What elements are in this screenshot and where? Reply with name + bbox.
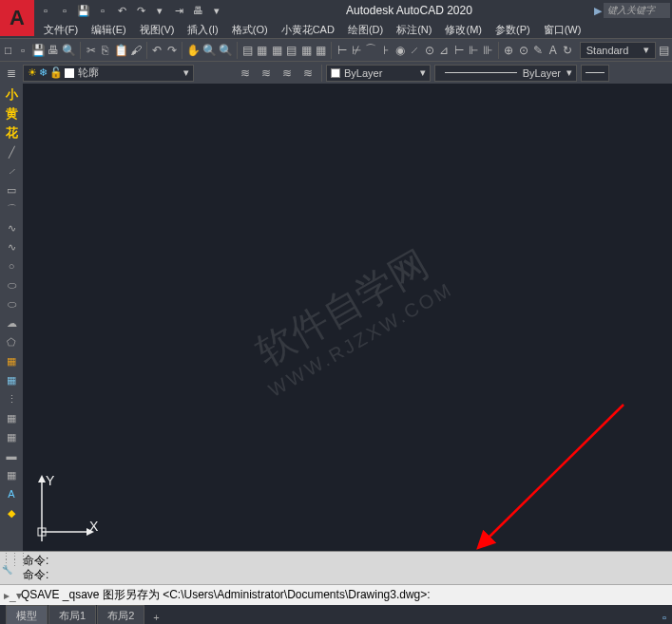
xhh-vertical-3[interactable]: 花 (2, 124, 21, 142)
tool-point-icon[interactable]: ⋮ (2, 390, 21, 407)
layer-prop-icon[interactable]: ≣ (2, 64, 21, 83)
tool-cut-icon[interactable]: ✂ (85, 41, 97, 60)
tool-calc-icon[interactable]: ▦ (315, 41, 327, 60)
dim-update-icon[interactable]: ↻ (561, 41, 573, 60)
tool-line-icon[interactable]: ╱ (2, 143, 21, 161)
tool-save-icon[interactable]: 💾 (31, 41, 46, 60)
play-icon[interactable]: ▶ (594, 5, 602, 17)
chevron-down-icon[interactable]: ▾ (152, 3, 167, 18)
dim-center-icon[interactable]: ⊙ (517, 41, 529, 60)
tool-spline2-icon[interactable]: ∿ (2, 238, 21, 255)
dim-style-icon[interactable]: ▤ (658, 41, 670, 60)
tool-pan-icon[interactable]: ✋ (186, 41, 201, 60)
tool-sheetset-icon[interactable]: ▤ (285, 41, 298, 60)
share-icon[interactable]: ⇥ (171, 3, 186, 18)
dim-tol-icon[interactable]: ⊕ (503, 41, 515, 60)
tool-ellipse-arc-icon[interactable]: ⬭ (2, 295, 21, 312)
linetype-dropdown[interactable]: ByLayer ▾ (434, 65, 577, 82)
dim-style-dropdown[interactable]: Standard ▾ (580, 42, 656, 59)
tab-add[interactable]: + (145, 609, 166, 624)
command-icon[interactable]: ▸_▾ (4, 589, 21, 602)
tool-redo-icon[interactable]: ↷ (165, 41, 178, 60)
tool-print-icon[interactable]: 🖶 (48, 41, 60, 60)
dim-radius-icon[interactable]: ◉ (394, 41, 406, 60)
drawing-canvas[interactable]: 软件自学网 WWW.RJZXW.COM Y X (23, 84, 672, 551)
dim-edit-icon[interactable]: ✎ (532, 41, 545, 60)
dim-ord-icon[interactable]: ⊦ (379, 41, 392, 60)
chevron-down-icon[interactable]: ▾ (209, 3, 224, 18)
tool-markup-icon[interactable]: ▦ (299, 41, 312, 60)
dim-ang-icon[interactable]: ⊿ (438, 41, 451, 60)
open-icon[interactable]: ▫ (57, 3, 72, 18)
new-icon[interactable]: ▫ (38, 3, 53, 18)
layer-dropdown[interactable]: ☀ ❄ 🔓 轮廓 ▾ (23, 65, 194, 82)
dim-arc-icon[interactable]: ⌒ (365, 41, 377, 60)
tool-extra-icon[interactable]: ◆ (2, 504, 21, 521)
tool-prop-icon[interactable]: ▤ (241, 41, 254, 60)
tab-layout2[interactable]: 布局2 (97, 605, 144, 624)
redo-icon[interactable]: ↷ (133, 3, 148, 18)
dim-base-icon[interactable]: ⊩ (467, 41, 479, 60)
dim-quick-icon[interactable]: ⊢ (452, 41, 465, 60)
tool-arc-icon[interactable]: ⌒ (2, 200, 21, 217)
dim-jog-icon[interactable]: ⟋ (409, 41, 421, 60)
menu-modify[interactable]: 修改(M) (439, 23, 488, 37)
tool-palette-icon[interactable]: ▦ (271, 41, 283, 60)
tool-ellipse-icon[interactable]: ⬭ (2, 276, 21, 293)
xhh-vertical-1[interactable]: 小 (2, 86, 21, 104)
color-dropdown[interactable]: ByLayer ▾ (326, 65, 431, 82)
tool-polygon-icon[interactable]: ⬠ (2, 333, 21, 350)
tool-paste-icon[interactable]: 📋 (114, 41, 128, 60)
tool-insert-icon[interactable]: ▦ (2, 371, 21, 388)
tool-gradient-icon[interactable]: ▦ (2, 428, 21, 445)
layer-state-icon[interactable]: ≋ (236, 64, 255, 83)
tool-revcloud-icon[interactable]: ☁ (2, 314, 21, 331)
tool-zoom2-icon[interactable]: 🔍 (219, 41, 233, 60)
tool-copy-icon[interactable]: ⎘ (99, 41, 111, 60)
command-input[interactable]: QSAVE _qsave 图形另存为 <C:\Users\Administrat… (21, 587, 668, 603)
lineweight-dropdown[interactable] (581, 65, 609, 82)
dim-linear-icon[interactable]: ⊢ (336, 41, 348, 60)
command-history[interactable]: ⋮⋮⋮⋮⋮⋮🔧 命令: 命令: (0, 551, 672, 584)
tab-model[interactable]: 模型 (6, 605, 48, 624)
layer-match-icon[interactable]: ≋ (298, 64, 317, 83)
dim-aligned-icon[interactable]: ⊬ (350, 41, 362, 60)
saveas-icon[interactable]: ▫ (95, 3, 110, 18)
menu-draw[interactable]: 绘图(D) (342, 23, 389, 37)
tool-zoom-icon[interactable]: 🔍 (202, 41, 217, 60)
dim-tedit-icon[interactable]: A (547, 41, 559, 60)
tool-polyline-icon[interactable]: ⟋ (2, 162, 21, 180)
dim-dia-icon[interactable]: ⊙ (423, 41, 435, 60)
tool-table-icon[interactable]: ▦ (2, 466, 21, 483)
print-icon[interactable]: 🖶 (190, 3, 205, 18)
tool-undo-icon[interactable]: ↶ (151, 41, 163, 60)
app-logo[interactable]: A (0, 0, 34, 36)
undo-icon[interactable]: ↶ (114, 3, 129, 18)
menu-xhh[interactable]: 小黄花CAD (276, 23, 340, 37)
dim-cont-icon[interactable]: ⊪ (482, 41, 494, 60)
menu-param[interactable]: 参数(P) (490, 23, 536, 37)
tool-rect-icon[interactable]: ▭ (2, 181, 21, 199)
save-icon[interactable]: 💾 (76, 3, 91, 18)
grip-icon[interactable]: ⋮⋮⋮⋮⋮⋮🔧 (2, 554, 28, 574)
menu-edit[interactable]: 编辑(E) (86, 23, 132, 37)
tool-region-icon[interactable]: ▬ (2, 447, 21, 464)
menu-file[interactable]: 文件(F) (38, 23, 84, 37)
tool-match-icon[interactable]: 🖌 (130, 41, 143, 60)
tool-block-icon[interactable]: ▦ (2, 352, 21, 369)
menu-window[interactable]: 窗口(W) (538, 23, 587, 37)
menu-dimension[interactable]: 标注(N) (391, 23, 437, 37)
menu-view[interactable]: 视图(V) (134, 23, 181, 37)
layer-prev-icon[interactable]: ≋ (278, 64, 297, 83)
tab-layout1[interactable]: 布局1 (48, 605, 96, 624)
tool-new-icon[interactable]: □ (2, 41, 14, 60)
tool-hatch-icon[interactable]: ▦ (2, 409, 21, 426)
layer-iso-icon[interactable]: ≋ (257, 64, 276, 83)
xhh-vertical-2[interactable]: 黄 (2, 105, 21, 123)
tool-mtext-icon[interactable]: A (2, 485, 21, 502)
status-icon[interactable]: ▫ (657, 609, 672, 624)
menu-format[interactable]: 格式(O) (226, 23, 274, 37)
search-input[interactable]: 键入关键字 (604, 3, 670, 18)
menu-insert[interactable]: 插入(I) (182, 23, 223, 37)
tool-spline-icon[interactable]: ∿ (2, 219, 21, 236)
